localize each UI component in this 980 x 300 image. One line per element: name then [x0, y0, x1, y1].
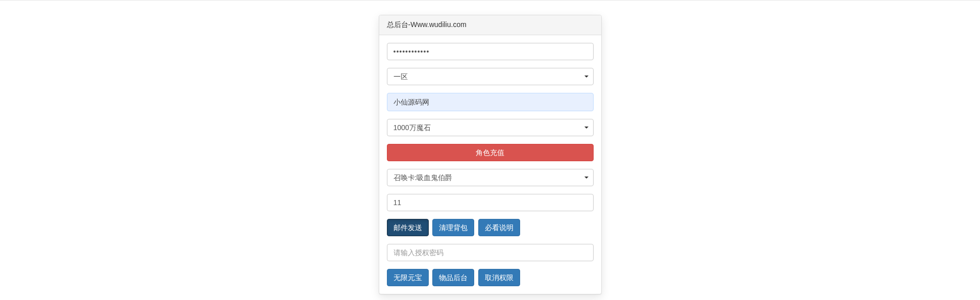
items-backend-button[interactable]: 物品后台: [432, 269, 474, 286]
mail-send-button[interactable]: 邮件发送: [387, 219, 429, 236]
character-name-display: 小仙源码网: [387, 93, 594, 111]
help-button[interactable]: 必看说明: [478, 219, 520, 236]
admin-panel: 总后台-Www.wudiliu.com 一区 小仙源码网 1000万魔石 角色充…: [379, 15, 602, 294]
clear-bag-button[interactable]: 清理背包: [432, 219, 474, 236]
recharge-button[interactable]: 角色充值: [387, 144, 594, 161]
auth-password-input[interactable]: [387, 244, 594, 261]
zone-select[interactable]: 一区: [387, 68, 594, 85]
panel-title: 总后台-Www.wudiliu.com: [379, 15, 601, 35]
reward-select[interactable]: 1000万魔石: [387, 119, 594, 136]
item-select[interactable]: 召唤卡:吸血鬼伯爵: [387, 169, 594, 186]
panel-body: 一区 小仙源码网 1000万魔石 角色充值 召唤卡:吸血鬼伯爵 邮件发送 清理背…: [379, 35, 601, 294]
password-input[interactable]: [387, 43, 594, 60]
unlimited-yuanbao-button[interactable]: 无限元宝: [387, 269, 429, 286]
mail-button-row: 邮件发送 清理背包 必看说明: [387, 219, 594, 236]
quantity-input[interactable]: [387, 194, 594, 211]
revoke-auth-button[interactable]: 取消权限: [478, 269, 520, 286]
auth-button-row: 无限元宝 物品后台 取消权限: [387, 269, 594, 286]
